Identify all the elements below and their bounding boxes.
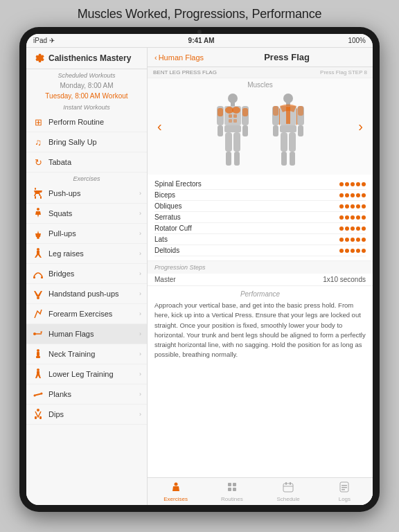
- dot: [345, 193, 349, 197]
- sidebar-item-squats[interactable]: Squats ›: [26, 204, 147, 224]
- prev-arrow[interactable]: ‹: [157, 118, 162, 134]
- muscle-row-lats: Lats: [154, 234, 366, 245]
- tuesday-workout[interactable]: Tuesday, 8:00 AM Workout: [26, 91, 147, 101]
- svg-rect-48: [298, 106, 303, 116]
- muscle-dots-serratus: [339, 215, 366, 220]
- dot: [345, 204, 349, 209]
- planks-icon: [32, 388, 44, 400]
- back-button[interactable]: ‹ Human Flags: [154, 53, 204, 62]
- svg-point-24: [232, 107, 240, 114]
- sidebar-item-human-flags[interactable]: Human Flags ›: [26, 324, 147, 344]
- sidebar-item-bridges[interactable]: Bridges ›: [26, 264, 147, 284]
- sidebar-item-lower-leg-training[interactable]: Lower Leg Training ›: [26, 364, 147, 384]
- svg-point-14: [37, 369, 39, 371]
- pull-ups-icon: [32, 227, 44, 240]
- muscle-row-serratus: Serratus: [154, 212, 366, 223]
- sidebar-item-handstand-pushups[interactable]: Handstand push-ups ›: [26, 284, 147, 304]
- muscle-name-biceps: Biceps: [154, 191, 339, 199]
- svg-rect-21: [231, 103, 235, 106]
- muscle-name-obliques: Obliques: [154, 202, 339, 210]
- routines-tab-icon: [227, 481, 238, 495]
- push-ups-icon: [32, 187, 44, 200]
- bridges-chevron: ›: [139, 270, 141, 277]
- svg-rect-7: [41, 276, 43, 278]
- sidebar-item-forearm-exercises[interactable]: Forearm Exercises ›: [26, 304, 147, 324]
- tab-routines[interactable]: Routines: [204, 478, 260, 505]
- lower-leg-training-label: Lower Leg Training: [48, 370, 135, 378]
- push-ups-label: Push-ups: [48, 189, 135, 197]
- svg-rect-35: [224, 125, 241, 132]
- svg-rect-63: [290, 482, 291, 485]
- logs-tab-icon: [339, 481, 350, 495]
- dot: [356, 204, 360, 209]
- pull-ups-label: Pull-ups: [48, 229, 135, 238]
- monday-workout: Monday, 8:00 AM: [26, 80, 147, 91]
- master-label: Master: [154, 276, 176, 283]
- perform-routine-label: Perform Routine: [48, 118, 141, 126]
- next-arrow[interactable]: ›: [358, 118, 363, 134]
- bring-sally-up-label: Bring Sally Up: [48, 138, 141, 146]
- schedule-tab-label: Schedule: [276, 496, 299, 502]
- svg-point-8: [37, 296, 39, 299]
- exercises-tab-icon: [170, 481, 181, 495]
- svg-rect-58: [233, 483, 236, 486]
- dot: [339, 227, 344, 231]
- tablet-screen: iPad ✈ 9:41 AM 100% Calisthenics Mastery: [26, 34, 373, 505]
- dot: [339, 193, 344, 197]
- dot: [356, 215, 360, 220]
- dot: [351, 249, 355, 253]
- svg-rect-38: [226, 152, 231, 166]
- tab-schedule[interactable]: Schedule: [260, 478, 317, 505]
- muscle-row-biceps: Biceps: [154, 190, 366, 201]
- gear-icon: [32, 52, 44, 64]
- sidebar-item-planks[interactable]: Planks ›: [26, 384, 147, 405]
- performance-title: Performance: [154, 290, 366, 298]
- dot: [339, 204, 344, 209]
- svg-point-15: [34, 395, 36, 397]
- svg-rect-53: [289, 132, 296, 152]
- muscle-row-obliques: Obliques: [154, 201, 366, 212]
- back-chevron-icon: ‹: [154, 53, 157, 62]
- muscles-label: Muscles: [247, 81, 273, 89]
- svg-rect-61: [283, 484, 293, 492]
- muscle-name-rotator-cuff: Rotator Cuff: [154, 224, 339, 232]
- svg-rect-49: [273, 125, 278, 136]
- tab-logs[interactable]: Logs: [317, 478, 373, 505]
- svg-rect-54: [281, 152, 287, 166]
- exercise-content: BENT LEG PRESS FLAG Press Flag STEP 8 ‹ …: [148, 67, 373, 477]
- dot: [345, 215, 349, 220]
- muscle-dots-obliques: [339, 204, 366, 209]
- dips-label: Dips: [48, 410, 135, 418]
- svg-rect-62: [285, 482, 287, 485]
- muscle-dots-lats: [339, 238, 366, 242]
- status-bar: iPad ✈ 9:41 AM 100%: [26, 34, 373, 48]
- svg-rect-47: [273, 106, 278, 116]
- sidebar-item-perform-routine[interactable]: ⊞ Perform Routine: [26, 112, 147, 132]
- muscle-name-serratus: Serratus: [154, 213, 339, 221]
- progression-steps: Progression Steps: [148, 260, 373, 274]
- sidebar-item-leg-raises[interactable]: Leg raises ›: [26, 244, 147, 264]
- tabata-icon: ↻: [32, 156, 44, 168]
- svg-rect-27: [229, 119, 232, 123]
- sidebar-item-dips[interactable]: Dips ›: [26, 405, 147, 425]
- dot: [345, 238, 349, 242]
- sidebar-item-neck-training[interactable]: Neck Training ›: [26, 344, 147, 364]
- tab-exercises[interactable]: Exercises: [148, 478, 204, 505]
- sidebar-item-pull-ups[interactable]: Pull-ups ›: [26, 224, 147, 244]
- dot: [362, 227, 366, 231]
- dot: [339, 249, 344, 253]
- muscle-name-lats: Lats: [154, 236, 339, 243]
- tab-bar: Exercises Routines Schedul: [148, 477, 373, 505]
- dot: [339, 238, 344, 242]
- status-device: iPad ✈: [33, 37, 55, 44]
- handstand-pushups-chevron: ›: [139, 290, 141, 297]
- sidebar-item-tabata[interactable]: ↻ Tabata: [26, 152, 147, 172]
- svg-rect-67: [342, 489, 345, 490]
- muscle-dots-biceps: [339, 193, 366, 197]
- svg-rect-2: [40, 196, 42, 199]
- svg-rect-34: [242, 125, 248, 136]
- sidebar-item-push-ups[interactable]: Push-ups ›: [26, 184, 147, 204]
- human-flags-icon: [32, 328, 44, 340]
- muscle-row-spinal-erectors: Spinal Erectors: [154, 179, 366, 190]
- sidebar-item-bring-sally-up[interactable]: ♫ Bring Sally Up: [26, 132, 147, 152]
